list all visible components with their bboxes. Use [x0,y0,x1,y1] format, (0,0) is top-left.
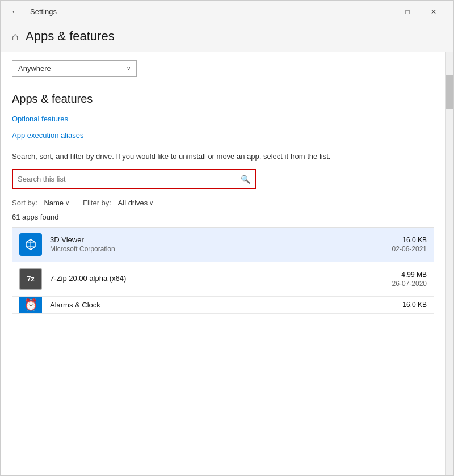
app-list: 3D Viewer Microsoft Corporation 16.0 KB … [12,227,434,314]
page-header-title: Apps & features [26,29,115,44]
app-name-3d-viewer: 3D Viewer [50,235,392,244]
search-input[interactable] [18,175,241,183]
app-name-7zip: 7-Zip 20.00 alpha (x64) [50,274,392,283]
filter-chevron: ∨ [149,200,153,206]
app-meta-7zip: 4.99 MB 26-07-2020 [392,271,427,288]
description-text: Search, sort, and filter by drive. If yo… [12,151,369,162]
home-icon: ⌂ [12,30,19,43]
apps-count: 61 apps found [12,213,434,221]
title-bar: ← Settings — □ ✕ [1,1,453,23]
app-icon-7zip: 7z [19,268,42,290]
sort-value[interactable]: Name ∨ [44,199,69,207]
app-info-7zip: 7-Zip 20.00 alpha (x64) [50,274,392,284]
app-size-3d-viewer: 16.0 KB [392,236,427,244]
app-item-alarms[interactable]: ⏰ Alarms & Clock 16.0 KB [12,297,434,314]
sort-label: Sort by: [12,199,37,207]
close-button[interactable]: ✕ [421,1,447,23]
scrollbar[interactable] [445,52,453,475]
content-inner: Anywhere ∨ Apps & features Optional feat… [1,52,445,475]
window-title: Settings [30,7,57,16]
app-date-7zip: 26-07-2020 [392,280,427,288]
anywhere-value: Anywhere [18,64,51,73]
anywhere-dropdown[interactable]: Anywhere ∨ [12,60,137,77]
app-item-3d-viewer[interactable]: 3D Viewer Microsoft Corporation 16.0 KB … [12,228,434,262]
anywhere-row: Anywhere ∨ [12,52,434,82]
minimize-button[interactable]: — [368,1,394,23]
filter-by-group: Filter by: All drives ∨ [83,199,153,207]
sort-filter-row: Sort by: Name ∨ Filter by: All drives ∨ [12,199,434,207]
app-meta-3d-viewer: 16.0 KB 02-06-2021 [392,236,427,253]
app-publisher-3d-viewer: Microsoft Corporation [50,245,392,253]
maximize-button[interactable]: □ [394,1,421,23]
filter-value[interactable]: All drives ∨ [118,199,154,207]
back-button[interactable]: ← [7,4,23,20]
search-icon: 🔍 [241,175,250,184]
app-info-alarms: Alarms & Clock [50,301,402,309]
sort-chevron: ∨ [65,200,69,206]
scroll-thumb[interactable] [446,75,453,109]
app-size-7zip: 4.99 MB [392,271,427,279]
search-box[interactable]: 🔍 [12,169,256,189]
title-bar-controls: — □ ✕ [368,1,447,23]
app-icon-alarms: ⏰ [19,297,42,314]
filter-label: Filter by: [83,199,111,207]
app-name-alarms: Alarms & Clock [50,301,402,309]
anywhere-chevron: ∨ [127,65,131,71]
section-title: Apps & features [12,82,434,112]
title-bar-left: ← Settings [7,4,368,20]
app-date-3d-viewer: 02-06-2021 [392,245,427,253]
page-header: ⌂ Apps & features [1,23,453,52]
app-size-alarms: 16.0 KB [402,301,427,309]
sort-by-group: Sort by: Name ∨ [12,199,69,207]
app-meta-alarms: 16.0 KB [402,301,427,309]
app-item-7zip[interactable]: 7z 7-Zip 20.00 alpha (x64) 4.99 MB 26-07… [12,262,434,297]
settings-window: ← Settings — □ ✕ ⌂ Apps & features Anywh… [0,0,454,476]
app-info-3d-viewer: 3D Viewer Microsoft Corporation [50,235,392,253]
content-area: Anywhere ∨ Apps & features Optional feat… [1,52,453,475]
app-execution-aliases-link[interactable]: App execution aliases [12,129,434,142]
app-icon-3d-viewer [19,233,42,256]
optional-features-link[interactable]: Optional features [12,112,434,125]
